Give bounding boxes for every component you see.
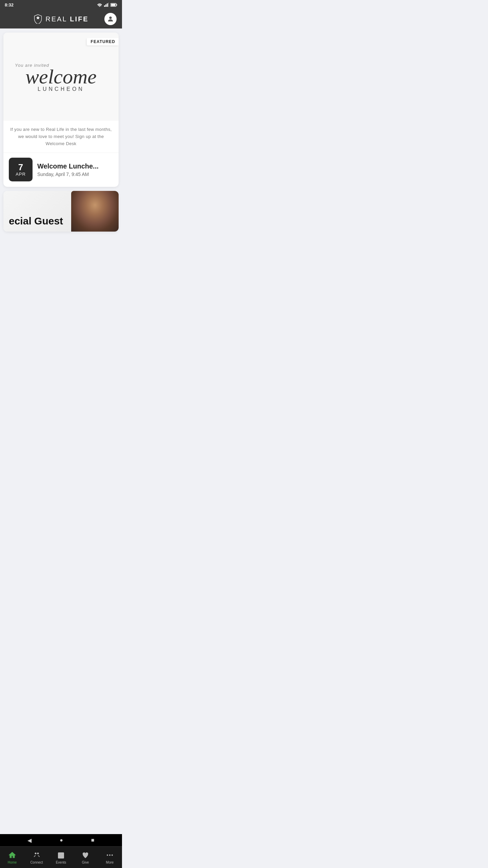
svg-rect-5 (117, 4, 117, 5)
card-image-area: FEATURED You are invited welcome LUNCHEO… (3, 33, 119, 121)
svg-rect-3 (108, 3, 109, 7)
guest-photo (71, 191, 119, 232)
featured-badge: FEATURED (87, 38, 119, 45)
guest-photo-inner (71, 191, 119, 232)
svg-rect-6 (111, 4, 116, 6)
status-icons (97, 3, 117, 7)
event-details: Welcome Lunche... Sunday, April 7, 9:45 … (37, 162, 113, 177)
svg-point-7 (109, 17, 111, 19)
svg-rect-1 (105, 4, 106, 7)
event-info-row: 7 APR Welcome Lunche... Sunday, April 7,… (3, 153, 119, 187)
date-badge: 7 APR (9, 158, 33, 181)
app-logo: REAL LIFE (33, 14, 88, 24)
special-guest-text: ecial Guest (9, 216, 63, 226)
featured-card[interactable]: FEATURED You are invited welcome LUNCHEO… (3, 33, 119, 187)
battery-icon (110, 3, 117, 7)
svg-rect-2 (107, 3, 108, 7)
svg-rect-0 (104, 5, 105, 7)
app-name: REAL LIFE (45, 15, 88, 23)
shield-icon (33, 14, 43, 24)
status-time: 8:32 (5, 2, 14, 7)
date-day: 7 (18, 163, 23, 172)
card-description: If you are new to Real Life in the last … (3, 121, 119, 153)
event-title: Welcome Lunche... (37, 162, 113, 170)
app-header: REAL LIFE (0, 9, 122, 28)
signal-icon (104, 3, 109, 7)
luncheon-text: LUNCHEON (38, 86, 84, 92)
wifi-icon (97, 3, 102, 7)
status-bar: 8:32 (0, 0, 122, 9)
second-card-content: ecial Guest (3, 191, 119, 232)
main-content: FEATURED You are invited welcome LUNCHEO… (0, 28, 122, 259)
welcome-text: welcome (25, 66, 97, 87)
event-time: Sunday, April 7, 9:45 AM (37, 172, 113, 177)
user-avatar-button[interactable] (104, 13, 117, 25)
second-card[interactable]: ecial Guest (3, 191, 119, 232)
date-month: APR (16, 172, 26, 177)
person-icon (107, 15, 114, 23)
